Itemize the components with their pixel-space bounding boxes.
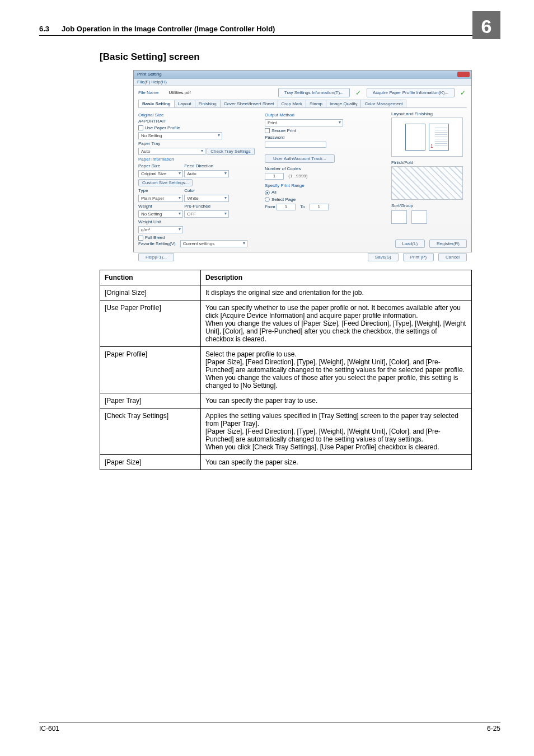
footer-left: IC-601 bbox=[39, 725, 59, 732]
print-range-label: Specify Print Range bbox=[265, 183, 383, 188]
load-button[interactable]: Load(L) bbox=[395, 240, 425, 248]
paper-information-label: Paper Information bbox=[138, 157, 257, 162]
table-row: [Check Tray Settings]Applies the setting… bbox=[100, 408, 472, 455]
password-label: Password bbox=[265, 135, 383, 140]
sort-group-icons bbox=[391, 210, 467, 224]
check-tray-settings-button[interactable]: Check Tray Settings bbox=[207, 148, 255, 155]
sort-group-label: Sort/Group bbox=[391, 203, 467, 208]
close-icon[interactable] bbox=[457, 72, 470, 77]
weight-label: Weight bbox=[138, 204, 183, 209]
tab-cover-insert[interactable]: Cover Sheet/Insert Sheet bbox=[220, 100, 278, 107]
original-size-value: A4PORTRAIT bbox=[138, 119, 257, 124]
type-dropdown[interactable]: Plain Paper bbox=[138, 195, 183, 202]
all-radio[interactable] bbox=[265, 190, 270, 195]
use-paper-profile-checkbox[interactable] bbox=[138, 125, 143, 130]
weight-unit-dropdown[interactable]: g/m² bbox=[138, 226, 183, 233]
copies-input[interactable]: 1 bbox=[265, 173, 284, 180]
password-input[interactable] bbox=[265, 142, 326, 148]
prepunched-dropdown[interactable]: OFF bbox=[184, 210, 229, 218]
color-dropdown[interactable]: White bbox=[184, 195, 229, 202]
tray-settings-info-button[interactable]: Tray Settings Information(T)... bbox=[278, 88, 350, 97]
prepunched-label: Pre-Punched bbox=[184, 204, 229, 209]
copies-range: (1...9999) bbox=[288, 173, 307, 179]
paper-size-label: Paper Size bbox=[138, 163, 183, 168]
from-input[interactable]: 1 bbox=[277, 204, 296, 210]
tab-stamp[interactable]: Stamp bbox=[306, 100, 326, 107]
function-table: Function Description [Original Size]It d… bbox=[100, 270, 472, 470]
finish-fold-label: Finish/Fold bbox=[391, 160, 467, 165]
favorite-setting-label: Favorite Setting(V) bbox=[138, 241, 176, 246]
tab-image-quality[interactable]: Image Quality bbox=[326, 100, 361, 107]
output-method-label: Output Method bbox=[265, 112, 383, 118]
select-page-radio[interactable] bbox=[265, 197, 270, 202]
acquire-paper-profile-button[interactable]: Acquire Paper Profile Information(K)... bbox=[367, 88, 455, 97]
settings-tabs: Basic Setting Layout Finishing Cover She… bbox=[138, 100, 467, 108]
table-row: [Original Size]It displays the original … bbox=[100, 285, 472, 300]
finish-fold-preview bbox=[391, 166, 463, 200]
window-title: Print Setting bbox=[137, 72, 162, 77]
description-header: Description bbox=[201, 270, 472, 285]
help-button[interactable]: Help(F1)... bbox=[138, 253, 174, 261]
all-label: All bbox=[271, 190, 277, 195]
feed-direction-label: Feed Direction bbox=[184, 163, 229, 168]
check-icon: ✓ bbox=[460, 90, 467, 96]
copies-label: Number of Copies bbox=[265, 166, 383, 171]
use-paper-profile-label: Use Paper Profile bbox=[145, 125, 180, 130]
to-input[interactable]: 1 bbox=[310, 204, 329, 210]
tab-crop-mark[interactable]: Crop Mark bbox=[278, 100, 306, 107]
custom-size-button[interactable]: Custom Size Settings... bbox=[138, 179, 193, 186]
window-title-bar: Print Setting bbox=[134, 71, 471, 79]
output-method-dropdown[interactable]: Print bbox=[265, 119, 343, 126]
tab-basic-setting[interactable]: Basic Setting bbox=[138, 100, 175, 107]
section-number: 6.3 bbox=[39, 25, 49, 33]
table-row: [Paper Tray]You can specify the paper tr… bbox=[100, 393, 472, 408]
secure-print-label: Secure Print bbox=[271, 128, 296, 133]
layout-finishing-label: Layout and Finishing bbox=[391, 111, 467, 116]
chapter-badge: 6 bbox=[472, 11, 500, 39]
menu-bar[interactable]: File(F) Help(H) bbox=[134, 79, 471, 86]
favorite-setting-dropdown[interactable]: Current settings bbox=[180, 240, 247, 247]
user-auth-button[interactable]: User Auth/Account Track... bbox=[265, 154, 335, 163]
table-row: [Paper Size]You can specify the paper si… bbox=[100, 455, 472, 470]
original-size-label: Original Size bbox=[138, 112, 257, 118]
layout-preview: 1 bbox=[391, 118, 463, 157]
from-label: From bbox=[265, 204, 275, 209]
footer-right: 6-25 bbox=[487, 725, 500, 732]
sheet-icon: 1 bbox=[429, 124, 449, 151]
weight-dropdown[interactable]: No Setting bbox=[138, 210, 183, 218]
file-name-value: Utilities.pdf bbox=[168, 90, 190, 95]
tab-layout[interactable]: Layout bbox=[174, 100, 195, 107]
sheet-icon bbox=[405, 124, 425, 151]
color-label: Color bbox=[184, 188, 229, 193]
function-header: Function bbox=[100, 270, 201, 285]
feed-direction-dropdown[interactable]: Auto bbox=[184, 170, 229, 177]
paper-tray-dropdown[interactable]: Auto bbox=[138, 148, 205, 155]
tab-color-mgmt[interactable]: Color Management bbox=[360, 100, 406, 107]
type-label: Type bbox=[138, 188, 183, 193]
save-button[interactable]: Save(S) bbox=[368, 253, 399, 261]
check-icon: ✓ bbox=[355, 90, 362, 96]
table-row: [Use Paper Profile]You can specify wheth… bbox=[100, 300, 472, 347]
select-page-label: Select Page bbox=[271, 197, 296, 202]
cancel-button[interactable]: Cancel bbox=[438, 253, 467, 261]
paper-size-dropdown[interactable]: Original Size bbox=[138, 170, 183, 177]
section-title: Job Operation in the Image Controller (I… bbox=[62, 25, 275, 33]
subheading: [Basic Setting] screen bbox=[100, 51, 200, 63]
tab-finishing[interactable]: Finishing bbox=[195, 100, 221, 107]
weight-unit-label: Weight Unit bbox=[138, 219, 257, 224]
print-button[interactable]: Print (P) bbox=[403, 253, 434, 261]
register-button[interactable]: Register(R) bbox=[429, 240, 467, 248]
table-row: [Paper Profile]Select the paper profile … bbox=[100, 347, 472, 393]
print-setting-screenshot: Print Setting File(F) Help(H) File Name … bbox=[133, 70, 472, 252]
paper-tray-label: Paper Tray bbox=[138, 141, 257, 146]
file-name-label: File Name bbox=[138, 90, 158, 95]
to-label: To bbox=[300, 204, 305, 209]
dialog-footer: Favorite Setting(V) Current settings Loa… bbox=[138, 240, 467, 248]
paper-profile-dropdown[interactable]: No Setting bbox=[138, 132, 222, 139]
secure-print-checkbox[interactable] bbox=[265, 128, 270, 133]
